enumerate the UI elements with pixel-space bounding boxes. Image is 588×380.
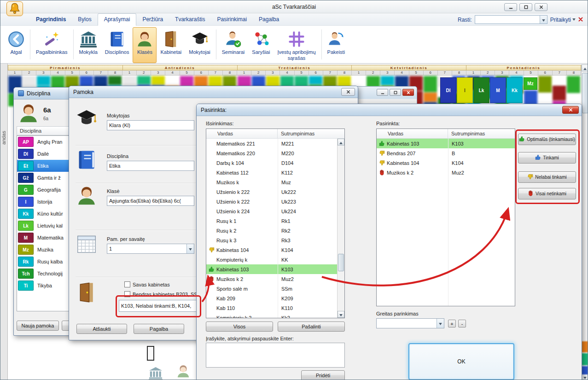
search-dropdown-button[interactable] bbox=[540, 16, 547, 23]
minus-button[interactable]: - bbox=[458, 320, 466, 327]
selection-row-užsienio-k-222[interactable]: Užsienio k 222Uk222 bbox=[206, 187, 337, 197]
selection-row-rusų-k-2[interactable]: Rusų k 2Rk2 bbox=[206, 226, 337, 235]
scrollbar-thumb[interactable] bbox=[338, 254, 344, 271]
selected-row-muzikos-k-2[interactable]: Muzikos k 2Muz2 bbox=[377, 168, 515, 177]
toolbar-button-klasės[interactable]: Klasės bbox=[133, 27, 157, 63]
teacher-field[interactable]: Klara (Kl) bbox=[107, 120, 194, 130]
column-header-sutrumpinimas[interactable]: Sutrumpinimas bbox=[278, 129, 344, 138]
per-week-dropdown-button[interactable] bbox=[186, 244, 194, 253]
selection-row-rusų-k-1[interactable]: Rusų k 1Rk1 bbox=[206, 216, 337, 226]
selection-row-kabinetas-112[interactable]: Kabinetas 112K112 bbox=[206, 168, 337, 177]
toolbar-button-pakeisti[interactable]: Pakeisti bbox=[324, 27, 349, 63]
ribbon-tab-pagalba[interactable]: Pagalba bbox=[253, 13, 285, 26]
add-button[interactable]: Pridėti bbox=[301, 370, 345, 380]
timetable-cell-kk[interactable]: Kk bbox=[506, 77, 523, 103]
rooms-field[interactable]: K103, Nelabai tinkami:B, K104, bbox=[119, 300, 198, 312]
own-room-checkbox[interactable]: Savas kabinetas bbox=[124, 281, 170, 287]
selection-row-kompiuterių-k-2[interactable]: Kompiuterių k 2Kk2 bbox=[206, 313, 337, 318]
suitability-button-optimalūs-tinkamiausi[interactable]: Optimalūs (tinkamiausi) bbox=[518, 134, 576, 145]
help-button[interactable]: Pagalba bbox=[134, 324, 184, 334]
enter-rooms-textarea[interactable] bbox=[206, 343, 345, 368]
selection-row-sporto-salė-m[interactable]: Sporto salė mSSm bbox=[206, 284, 337, 293]
scroll-up-button[interactable] bbox=[582, 64, 588, 71]
timetable-cell-mz[interactable]: Mz bbox=[524, 77, 537, 90]
column-header-vardas[interactable]: Vardas bbox=[377, 129, 448, 138]
scroll-down-button[interactable] bbox=[582, 374, 588, 380]
scroll-down-button[interactable] bbox=[338, 311, 344, 318]
selection-row-kabinetas-104[interactable]: Kabinetas 104K104 bbox=[206, 245, 337, 255]
timetable-cell-m[interactable]: M bbox=[490, 77, 506, 103]
subject-field[interactable]: Etika bbox=[107, 161, 194, 171]
ribbon-tab-peržiūra[interactable]: Peržiūra bbox=[136, 13, 169, 26]
apply-button[interactable]: Pritaikyti bbox=[550, 17, 576, 23]
ok-button[interactable]: OK bbox=[408, 343, 514, 380]
selection-row-matematikos-221[interactable]: Matematikos 221M221 bbox=[206, 139, 337, 148]
suitability-button-visai-netinkami[interactable]: Visai netinkami bbox=[518, 188, 576, 199]
timetable-cell-dl[interactable]: Dl bbox=[440, 77, 456, 103]
ribbon-tab-aprašymai[interactable]: Aprašymai bbox=[98, 13, 137, 26]
toolbar-button-įvestų-apribojimų[interactable]: Įvestų apribojimų sąrašas bbox=[274, 27, 319, 63]
close-search-button[interactable] bbox=[578, 17, 583, 23]
remove-button[interactable]: Pašalinti bbox=[278, 322, 345, 332]
all-button[interactable]: Visos bbox=[206, 322, 273, 332]
toolbar-button-disciplinos[interactable]: Disciplinos bbox=[101, 27, 133, 63]
restore-button[interactable] bbox=[519, 3, 532, 11]
cancel-button[interactable]: Atšaukti bbox=[76, 324, 127, 334]
suitability-button-nelabai-tinkami[interactable]: Nelabai tinkami bbox=[518, 171, 576, 183]
pamoka-close-button[interactable] bbox=[341, 88, 355, 96]
per-week-combobox[interactable]: 1 bbox=[107, 244, 194, 254]
selection-row-kompiuterių-k[interactable]: Kompiuterių kKK bbox=[206, 255, 337, 264]
selection-row-kabinetas-103[interactable]: Kabinetas 103K103 bbox=[206, 264, 337, 274]
close-button[interactable] bbox=[535, 3, 547, 11]
timetable-cell-lk[interactable]: Lk bbox=[473, 77, 489, 103]
class-field[interactable]: Apjungta:6a(Etika) 6b(Etika) 6c( bbox=[107, 196, 194, 206]
checkbox-box[interactable] bbox=[124, 291, 130, 297]
selection-row-rusų-k-3[interactable]: Rusų k 3Rk3 bbox=[206, 235, 337, 245]
selection-row-muzikos-k-2[interactable]: Muzikos k 2Muz2 bbox=[206, 274, 337, 284]
pamoka-titlebar[interactable]: Pamoka bbox=[69, 86, 358, 98]
selection-row-kab-209[interactable]: Kab 209K209 bbox=[206, 293, 337, 303]
shared-room-checkbox[interactable]: Bendras kabinetas B203, SS1( bbox=[124, 291, 202, 297]
selection-row-užsienio-k-222[interactable]: Užsienio k 222Uk223 bbox=[206, 197, 337, 206]
ribbon-tab-bylos[interactable]: Bylos bbox=[72, 13, 97, 26]
selection-list-scrollbar[interactable] bbox=[337, 139, 344, 318]
toolbar-button-mokytojai[interactable]: Mokytojai bbox=[185, 27, 214, 63]
toolbar-button-pagalbininkas[interactable]: Pagalbininkas bbox=[32, 27, 71, 63]
ribbon-tab-tvarkaraštis[interactable]: Tvarkaraštis bbox=[169, 13, 211, 26]
toolbar-button-saryšiai[interactable]: Saryšiai bbox=[248, 27, 274, 63]
timetable-cell-i[interactable]: I bbox=[457, 77, 473, 103]
selected-row-kabinetas-103[interactable]: Kabinetas 103K103 bbox=[377, 139, 515, 148]
toolbar-button-seminarai[interactable]: Seminarai bbox=[218, 27, 249, 63]
timetable-scrollbar[interactable] bbox=[581, 64, 588, 380]
selection-row-darbų-k-104[interactable]: Darbų k 104D104 bbox=[206, 158, 337, 168]
ribbon-tab-pagrindinis[interactable]: Pagrindinis bbox=[30, 13, 72, 26]
child-close-button[interactable] bbox=[402, 89, 414, 96]
scrollbar-thumb[interactable] bbox=[582, 73, 588, 113]
quick-pick-combobox[interactable] bbox=[376, 318, 444, 328]
new-lesson-button[interactable]: Nauja pamoka bbox=[17, 321, 59, 331]
checkbox-box[interactable] bbox=[124, 281, 130, 287]
minimize-button[interactable] bbox=[504, 3, 517, 11]
selection-row-matematikos-220[interactable]: Matematikos 220M220 bbox=[206, 148, 337, 158]
selection-row-muzikos-k[interactable]: Muzikos kMuz bbox=[206, 177, 337, 187]
selected-row-kabinetas-104[interactable]: Kabinetas 104K104 bbox=[377, 158, 515, 168]
selection-row-užsienio-k-224[interactable]: Užsienio k 224Uk224 bbox=[206, 206, 337, 216]
ribbon-tab-pasirinkimai[interactable]: Pasirinkimai bbox=[211, 13, 253, 26]
child-minimize-button[interactable] bbox=[377, 89, 388, 96]
child-restore-button[interactable] bbox=[390, 89, 401, 96]
column-header-vardas[interactable]: Vardas bbox=[206, 129, 278, 138]
plus-button[interactable]: + bbox=[448, 320, 456, 327]
pasirinkta-close-button[interactable] bbox=[562, 106, 579, 114]
suitability-button-tinkami[interactable]: Tinkami bbox=[518, 152, 576, 164]
selection-row-kab-110[interactable]: Kab 110K110 bbox=[206, 303, 337, 313]
toolbar-button-atgal[interactable]: Atgal bbox=[4, 27, 28, 63]
scroll-up-button[interactable] bbox=[338, 139, 344, 146]
side-tab-strip[interactable]: andas bbox=[0, 64, 8, 380]
app-menu-button[interactable] bbox=[6, 1, 23, 16]
search-combobox[interactable] bbox=[475, 15, 547, 24]
column-header-sutrumpinimas[interactable]: Sutrumpinimas bbox=[448, 129, 515, 138]
pasirinkta-titlebar[interactable]: Pasirinkta: bbox=[197, 104, 582, 116]
toolbar-button-mokykla[interactable]: Mokykla bbox=[76, 27, 101, 63]
quick-pick-dropdown-button[interactable] bbox=[437, 319, 444, 328]
selected-row-bendras-207[interactable]: Bendras 207B bbox=[377, 148, 515, 158]
